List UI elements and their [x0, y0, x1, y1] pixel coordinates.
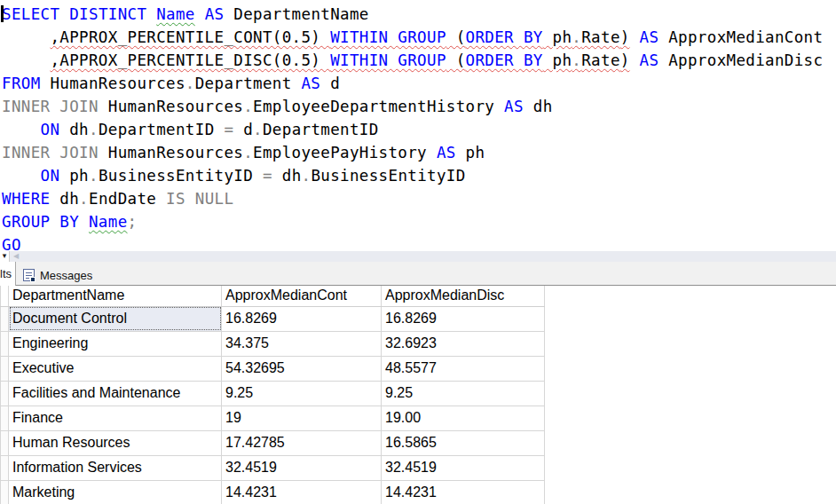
- grid-cell[interactable]: 16.8269: [382, 306, 545, 331]
- code-line[interactable]: FROM HumanResources.Department AS d: [2, 72, 836, 95]
- code-line[interactable]: INNER JOIN HumanResources.EmployeePayHis…: [2, 141, 836, 164]
- grid-cell[interactable]: 54.32695: [222, 356, 382, 381]
- grid-cell[interactable]: 32.4519: [382, 455, 545, 480]
- tab-messages-label: Messages: [40, 269, 92, 282]
- grid-row-header[interactable]: [1, 356, 9, 381]
- grid-cell[interactable]: Document Control: [9, 306, 222, 331]
- messages-icon: [23, 269, 35, 281]
- tab-messages[interactable]: Messages: [16, 265, 99, 285]
- grid-column-header[interactable]: DepartmentName: [9, 286, 222, 306]
- grid-row-header[interactable]: [1, 306, 9, 331]
- grid-row-header[interactable]: [1, 406, 9, 430]
- code-line[interactable]: ON ph.BusinessEntityID = dh.BusinessEnti…: [2, 164, 836, 187]
- results-grid-container: DepartmentNameApproxMedianContApproxMedi…: [0, 286, 836, 504]
- grid-cell[interactable]: 14.4231: [222, 480, 382, 504]
- grid-cell[interactable]: 17.42785: [222, 430, 382, 455]
- grid-row: Finance1919.00: [1, 406, 545, 430]
- code-line[interactable]: ON dh.DepartmentID = d.DepartmentID: [2, 118, 836, 141]
- grid-cell[interactable]: 9.25: [222, 381, 382, 406]
- grid-cell[interactable]: 48.5577: [382, 356, 545, 381]
- grid-row-header[interactable]: [1, 381, 9, 406]
- grid-row-header[interactable]: [1, 455, 9, 480]
- sql-code[interactable]: SELECT DISTINCT Name AS DepartmentName ,…: [2, 3, 836, 251]
- code-line[interactable]: ,APPROX_PERCENTILE_DISC(0.5) WITHIN GROU…: [2, 49, 836, 72]
- grid-cell[interactable]: Engineering: [9, 331, 222, 356]
- grid-cell[interactable]: Information Services: [9, 455, 222, 480]
- grid-row: Human Resources17.4278516.5865: [1, 430, 545, 455]
- grid-row-header[interactable]: [1, 480, 9, 504]
- sql-editor[interactable]: SELECT DISTINCT Name AS DepartmentName ,…: [0, 0, 836, 251]
- results-pane-tabstrip: lts Messages: [0, 262, 836, 286]
- grid-cell[interactable]: 19.00: [382, 406, 545, 430]
- text-caret: [1, 5, 4, 22]
- tab-results[interactable]: lts: [0, 262, 16, 286]
- code-line[interactable]: ,APPROX_PERCENTILE_CONT(0.5) WITHIN GROU…: [2, 26, 836, 49]
- grid-cell[interactable]: Marketing: [9, 480, 222, 504]
- code-line[interactable]: WHERE dh.EndDate IS NULL: [2, 187, 836, 210]
- grid-cell[interactable]: Human Resources: [9, 430, 222, 455]
- tab-results-label: lts: [0, 267, 12, 280]
- grid-cell[interactable]: 19: [222, 406, 382, 430]
- grid-cell[interactable]: Facilities and Maintenance: [9, 381, 222, 406]
- code-line[interactable]: GO: [2, 233, 836, 251]
- grid-column-header[interactable]: ApproxMedianCont: [222, 286, 382, 306]
- grid-body: Document Control16.826916.8269Engineerin…: [1, 306, 545, 504]
- code-line[interactable]: INNER JOIN HumanResources.EmployeeDepart…: [2, 95, 836, 118]
- grid-cell[interactable]: 32.6923: [382, 331, 545, 356]
- grid-cell[interactable]: Executive: [9, 356, 222, 381]
- grid-corner-header[interactable]: [1, 286, 9, 306]
- grid-row: Document Control16.826916.8269: [1, 306, 545, 331]
- grid-row: Information Services32.451932.4519: [1, 455, 545, 480]
- scroll-left-icon[interactable]: ◀: [10, 251, 22, 262]
- grid-row: Executive54.3269548.5577: [1, 356, 545, 381]
- grid-cell[interactable]: 32.4519: [222, 455, 382, 480]
- code-line[interactable]: SELECT DISTINCT Name AS DepartmentName: [2, 3, 836, 26]
- grid-row: Marketing14.423114.4231: [1, 480, 545, 504]
- grid-row: Facilities and Maintenance9.259.25: [1, 381, 545, 406]
- grid-cell[interactable]: 16.5865: [382, 430, 545, 455]
- grid-row: Engineering34.37532.6923: [1, 331, 545, 356]
- grid-cell[interactable]: 34.375: [222, 331, 382, 356]
- grid-cell[interactable]: 9.25: [382, 381, 545, 406]
- grid-cell[interactable]: 14.4231: [382, 480, 545, 504]
- code-line[interactable]: GROUP BY Name;: [2, 210, 836, 233]
- results-grid: DepartmentNameApproxMedianContApproxMedi…: [0, 286, 545, 504]
- grid-cell[interactable]: 16.8269: [222, 306, 382, 331]
- splitter-dropdown-icon[interactable]: ▾: [0, 251, 10, 262]
- grid-row-header[interactable]: [1, 430, 9, 455]
- grid-row-header[interactable]: [1, 331, 9, 356]
- grid-column-header[interactable]: ApproxMedianDisc: [382, 286, 545, 306]
- grid-header-row: DepartmentNameApproxMedianContApproxMedi…: [1, 286, 545, 306]
- editor-horizontal-scrollbar[interactable]: ▾ ◀: [0, 251, 836, 262]
- grid-cell[interactable]: Finance: [9, 406, 222, 430]
